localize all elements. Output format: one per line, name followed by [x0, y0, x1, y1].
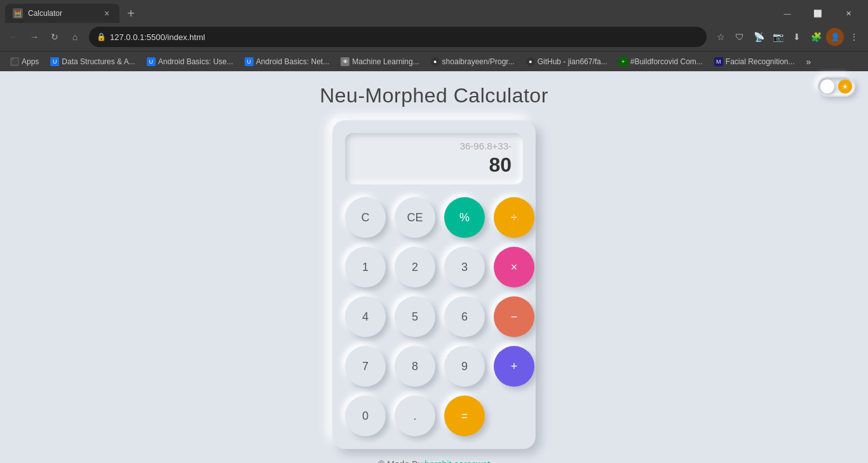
- browser-tab[interactable]: 🧮 Calculator ×: [5, 4, 119, 23]
- new-tab-button[interactable]: +: [122, 4, 140, 22]
- apps-grid-icon: ⬛: [10, 57, 19, 66]
- tab-title: Calculator: [28, 9, 97, 18]
- display-result: 80: [356, 153, 512, 177]
- download-icon-btn[interactable]: ⬇: [788, 28, 806, 46]
- bookmark-favicon-8: M: [714, 57, 723, 66]
- calculator-display: 36-96.8+33- 80: [345, 133, 523, 184]
- toolbar-right: ☆ 🛡 📡 📷 ⬇ 🧩 👤 ⋮: [712, 28, 863, 46]
- bookmark-android-use[interactable]: U Android Basics: Use...: [142, 55, 238, 69]
- three-button[interactable]: 3: [444, 247, 485, 287]
- buttons-grid: C CE % ÷ 1 2 3 × 4 5 6 − 7 8 9 + 0 . =: [345, 197, 523, 436]
- browser-window: 🧮 Calculator × + — ⬜ ✕ ← → ↻ ⌂ 🔒 127.0.0…: [0, 0, 868, 71]
- back-icon: ←: [10, 32, 18, 42]
- clear-button[interactable]: C: [345, 197, 386, 238]
- seven-button[interactable]: 7: [345, 346, 386, 387]
- footer-text: © Made By: [378, 459, 424, 463]
- forward-button[interactable]: →: [25, 28, 43, 46]
- bookmark-label-6: GitHub - jian667/fa...: [538, 57, 607, 66]
- home-button[interactable]: ⌂: [66, 28, 84, 46]
- bookmark-favicon-4: 👁: [341, 57, 349, 66]
- bookmark-buildforcovid[interactable]: + #Buildforcovid Com...: [614, 55, 708, 69]
- bookmark-label-1: Data Structures & A...: [62, 57, 135, 66]
- browser-toolbar: ← → ↻ ⌂ 🔒 127.0.0.1:5500/index.html ☆ 🛡 …: [0, 23, 868, 51]
- four-button[interactable]: 4: [345, 296, 386, 337]
- five-button[interactable]: 5: [395, 296, 435, 337]
- profile-button[interactable]: 👤: [826, 28, 844, 46]
- theme-toggle[interactable]: ☀: [817, 76, 855, 97]
- zero-button[interactable]: 0: [345, 396, 386, 436]
- divide-button[interactable]: ÷: [494, 197, 534, 238]
- footer: © Made By harshit-saraswat: [378, 459, 490, 463]
- two-button[interactable]: 2: [395, 247, 435, 287]
- footer-link[interactable]: harshit-saraswat: [424, 459, 490, 463]
- one-button[interactable]: 1: [345, 247, 386, 287]
- decimal-button[interactable]: .: [395, 396, 435, 436]
- percent-button[interactable]: %: [444, 197, 485, 238]
- window-controls: — ⬜ ✕: [773, 2, 863, 25]
- nine-button[interactable]: 9: [444, 346, 485, 387]
- bookmark-shoaibrayeen[interactable]: ● shoaibrayeen/Progr...: [426, 55, 520, 69]
- page-content: ☀ Neu-Morphed Calculator 36-96.8+33- 80 …: [0, 71, 868, 463]
- sun-icon: ☀: [838, 79, 852, 93]
- bookmark-label-2: Android Basics: Use...: [158, 57, 233, 66]
- address-text: 127.0.0.1:5500/index.html: [110, 32, 699, 42]
- bookmark-label-4: Machine Learning...: [352, 57, 419, 66]
- bookmark-label-7: #Buildforcovid Com...: [630, 57, 703, 66]
- add-button[interactable]: +: [494, 346, 534, 387]
- equals-button[interactable]: =: [444, 396, 485, 436]
- bookmark-favicon-3: U: [245, 57, 254, 66]
- tab-close-button[interactable]: ×: [102, 8, 112, 18]
- bookmark-apps[interactable]: ⬛ Apps: [5, 55, 44, 69]
- bookmark-ml[interactable]: 👁 Machine Learning...: [336, 55, 424, 69]
- bookmark-label-3: Android Basics: Net...: [256, 57, 329, 66]
- lock-icon: 🔒: [97, 32, 106, 41]
- maximize-button[interactable]: ⬜: [803, 2, 832, 25]
- bookmark-data-structures[interactable]: U Data Structures & A...: [45, 55, 140, 69]
- display-expression: 36-96.8+33-: [356, 141, 512, 153]
- eight-button[interactable]: 8: [395, 346, 435, 387]
- minimize-button[interactable]: —: [773, 2, 802, 25]
- home-icon: ⌂: [72, 32, 78, 42]
- multiply-button[interactable]: ×: [494, 247, 534, 287]
- address-bar[interactable]: 🔒 127.0.0.1:5500/index.html: [89, 27, 707, 47]
- tab-bar: 🧮 Calculator × + — ⬜ ✕: [0, 0, 868, 23]
- cast-icon-btn[interactable]: 📡: [750, 28, 768, 46]
- clear-entry-button[interactable]: CE: [395, 197, 435, 238]
- bookmark-favicon-2: U: [147, 57, 156, 66]
- page-title: Neu-Morphed Calculator: [320, 84, 548, 107]
- six-button[interactable]: 6: [444, 296, 485, 337]
- bookmark-favicon-1: U: [50, 57, 59, 66]
- close-button[interactable]: ✕: [834, 2, 863, 25]
- shield-icon-btn[interactable]: 🛡: [731, 28, 749, 46]
- bookmark-label-5: shoaibrayeen/Progr...: [442, 57, 515, 66]
- tab-favicon: 🧮: [13, 8, 23, 18]
- bookmark-favicon-7: +: [619, 57, 628, 66]
- bookmarks-more-button[interactable]: »: [801, 54, 817, 69]
- calculator: 36-96.8+33- 80 C CE % ÷ 1 2 3 × 4 5 6 − …: [332, 120, 536, 449]
- toggle-track[interactable]: ☀: [818, 78, 854, 95]
- bookmark-android-net[interactable]: U Android Basics: Net...: [240, 55, 334, 69]
- bookmark-favicon-5: ●: [431, 57, 440, 66]
- bookmark-github-jian[interactable]: ● GitHub - jian667/fa...: [521, 55, 613, 69]
- back-button[interactable]: ←: [5, 28, 23, 46]
- forward-icon: →: [30, 32, 39, 42]
- star-button[interactable]: ☆: [712, 28, 729, 46]
- bookmark-label-8: Facial Recognition...: [726, 57, 795, 66]
- reload-button[interactable]: ↻: [46, 28, 64, 46]
- reload-icon: ↻: [51, 32, 58, 42]
- toggle-knob: [820, 79, 834, 93]
- bookmark-favicon-6: ●: [526, 57, 535, 66]
- extensions-icon-btn[interactable]: 🧩: [807, 28, 825, 46]
- bookmarks-bar: ⬛ Apps U Data Structures & A... U Androi…: [0, 51, 868, 71]
- bookmark-facial[interactable]: M Facial Recognition...: [709, 55, 800, 69]
- bookmark-apps-label: Apps: [22, 57, 39, 66]
- subtract-button[interactable]: −: [494, 296, 534, 337]
- camcorder-icon-btn[interactable]: 📷: [769, 28, 787, 46]
- menu-button[interactable]: ⋮: [845, 28, 863, 46]
